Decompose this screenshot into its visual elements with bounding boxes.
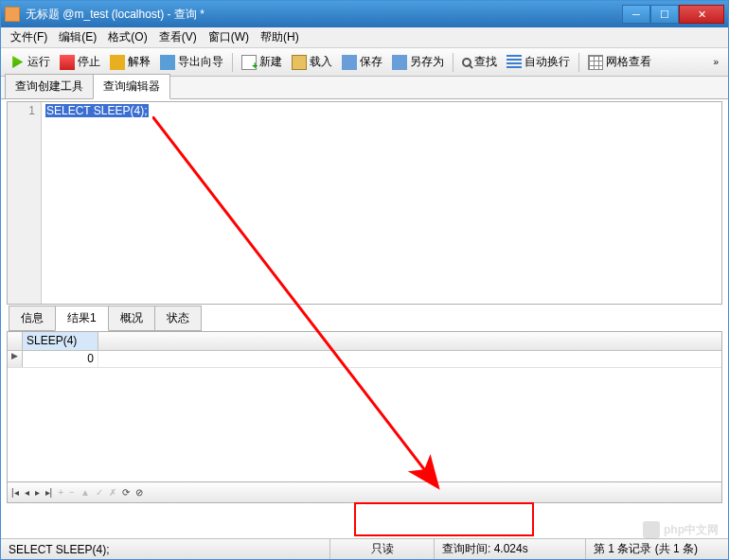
explain-icon [110,55,125,70]
status-record-count: 第 1 条记录 (共 1 条) [586,539,728,559]
menu-edit[interactable]: 编辑(E) [53,27,102,47]
maximize-button[interactable]: ☐ [650,5,679,24]
status-readonly: 只读 [330,539,435,559]
sql-editor[interactable]: SELECT SLEEP(4); [42,102,721,304]
find-button[interactable]: 查找 [457,51,502,73]
nav-commit: ✓ [96,487,103,498]
saveas-icon [392,55,407,70]
annotation-highlight-box [354,502,534,536]
result-tab-row: 信息 结果1 概况 状态 [1,308,728,331]
watermark: php中文网 [643,521,719,538]
line-number: 1 [8,104,35,117]
menu-format[interactable]: 格式(O) [102,27,152,47]
nav-last[interactable]: ▸| [45,487,53,498]
run-label: 运行 [27,54,50,70]
editor-tab-row: 查询创建工具 查询编辑器 [1,77,728,99]
save-icon [342,55,357,70]
record-navigator: |◂ ◂ ▸ ▸| + − ▲ ✓ ✗ ⟳ ⊘ [7,482,722,503]
saveas-label: 另存为 [410,54,444,70]
close-button[interactable]: ✕ [679,5,724,24]
watermark-text: php中文网 [664,522,719,538]
grid-corner [8,332,23,350]
load-icon [292,55,307,70]
tab-profile[interactable]: 概况 [108,306,155,331]
grid-header-row: SLEEP(4) [8,332,721,351]
grid-icon [588,55,603,70]
wrap-icon [507,55,522,70]
status-bar: SELECT SLEEP(4); 只读 查询时间: 4.024s 第 1 条记录… [1,538,728,559]
toolbar-separator [578,53,579,72]
load-button[interactable]: 载入 [287,51,337,73]
nav-stop[interactable]: ⊘ [135,487,143,498]
toolbar-separator [232,53,233,72]
saveas-button[interactable]: 另存为 [387,51,449,73]
sql-text-selected: SELECT SLEEP(4); [45,104,149,117]
nav-prev[interactable]: ◂ [25,487,29,498]
menu-help[interactable]: 帮助(H) [255,27,305,47]
toolbar-overflow[interactable]: » [707,57,724,67]
export-wizard-button[interactable]: 导出向导 [155,51,228,73]
tab-query-editor[interactable]: 查询编辑器 [93,74,170,99]
stop-label: 停止 [78,54,100,70]
toolbar-separator [453,53,453,72]
column-header[interactable]: SLEEP(4) [23,332,98,350]
stop-button[interactable]: 停止 [55,51,105,73]
menu-window[interactable]: 窗口(W) [203,27,255,47]
tab-query-builder[interactable]: 查询创建工具 [5,74,94,98]
nav-refresh[interactable]: ⟳ [122,487,130,498]
nav-edit: ▲ [80,487,90,498]
table-row[interactable]: ▶ 0 [8,351,721,368]
menu-view[interactable]: 查看(V) [153,27,203,47]
play-icon [9,55,25,70]
result-grid[interactable]: SLEEP(4) ▶ 0 [7,331,722,482]
nav-first[interactable]: |◂ [11,487,19,498]
load-label: 载入 [310,54,332,70]
app-window: 无标题 @m_test (localhost) - 查询 * ─ ☐ ✕ 文件(… [0,0,729,560]
tab-status[interactable]: 状态 [154,306,202,331]
grid-view-button[interactable]: 网格查看 [583,51,656,73]
tab-info[interactable]: 信息 [9,306,56,331]
new-icon [241,55,257,70]
search-icon [462,58,471,67]
export-label: 导出向导 [178,54,223,70]
tab-result1[interactable]: 结果1 [55,306,109,331]
nav-delete: − [69,487,75,498]
line-gutter: 1 [8,102,42,304]
save-button[interactable]: 保存 [337,51,387,73]
new-button[interactable]: 新建 [237,51,287,73]
status-sql: SELECT SLEEP(4); [1,539,330,559]
toolbar: 运行 停止 解释 导出向导 新建 载入 保存 另存为 查找 自动换行 网格查看 … [1,48,728,77]
grid-view-label: 网格查看 [606,54,651,70]
save-label: 保存 [360,54,382,70]
find-label: 查找 [474,54,497,70]
wrap-label: 自动换行 [525,54,570,70]
nav-add: + [58,487,63,498]
new-label: 新建 [259,54,282,70]
menu-file[interactable]: 文件(F) [5,27,53,47]
minimize-button[interactable]: ─ [622,5,650,24]
status-query-time: 查询时间: 4.024s [435,539,586,559]
row-indicator: ▶ [8,351,23,367]
nav-cancel: ✗ [109,487,116,498]
window-title: 无标题 @m_test (localhost) - 查询 * [26,7,622,23]
wrap-button[interactable]: 自动换行 [502,51,575,73]
app-icon [5,7,20,22]
nav-next[interactable]: ▸ [35,487,40,498]
title-bar: 无标题 @m_test (localhost) - 查询 * ─ ☐ ✕ [1,1,728,27]
sql-editor-pane: 1 SELECT SLEEP(4); [7,101,722,305]
explain-button[interactable]: 解释 [105,51,155,73]
explain-label: 解释 [128,54,151,70]
stop-icon [60,55,75,70]
run-button[interactable]: 运行 [5,51,55,73]
menu-bar: 文件(F) 编辑(E) 格式(O) 查看(V) 窗口(W) 帮助(H) [1,27,728,48]
watermark-icon [643,521,660,538]
cell-value[interactable]: 0 [23,351,98,367]
export-icon [160,55,175,70]
